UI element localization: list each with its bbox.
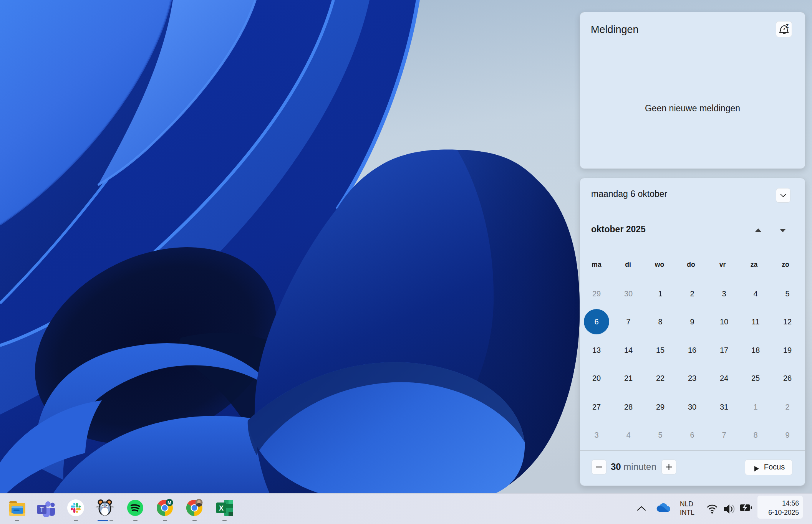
svg-text:INTL: INTL: [680, 509, 694, 516]
svg-text:T: T: [40, 506, 44, 513]
svg-text:z: z: [784, 26, 785, 31]
svg-text:NLD: NLD: [680, 500, 693, 508]
svg-text:6-10-2025: 6-10-2025: [768, 509, 799, 516]
svg-text:Z: Z: [786, 23, 789, 29]
svg-text:X: X: [219, 504, 224, 512]
svg-text:14:56: 14:56: [782, 499, 799, 507]
svg-text:M: M: [167, 500, 171, 506]
